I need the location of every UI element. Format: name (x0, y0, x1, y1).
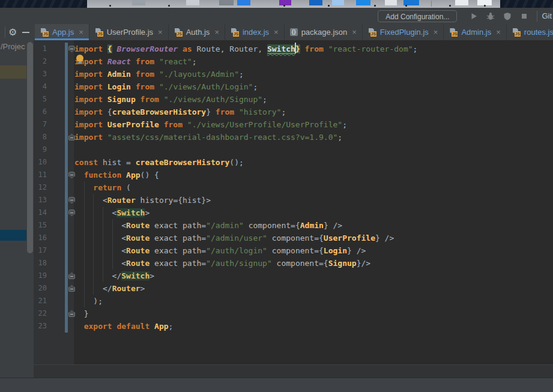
project-panel[interactable]: /Projec (0, 40, 34, 378)
run-icon[interactable] (469, 11, 479, 21)
tab-routes-js[interactable]: JSroutes.js× (507, 24, 553, 40)
code-line[interactable]: export default App; (74, 320, 553, 333)
gutter-line[interactable]: 18 (34, 257, 74, 270)
code-line[interactable]: import "assets/css/material-dashboard-re… (74, 131, 553, 143)
code-line[interactable]: import UserProfile from "./views/UserPro… (74, 118, 553, 131)
gutter-line[interactable]: 1 (34, 43, 74, 55)
close-tab-icon[interactable]: × (79, 28, 83, 37)
gutter-line[interactable]: 23 (34, 320, 74, 333)
intention-lightbulb-icon[interactable] (76, 55, 84, 64)
tab-fixedplugin-js[interactable]: JSFixedPlugin.js× (363, 24, 444, 40)
gutter-line[interactable]: 6 (34, 106, 74, 118)
gutter-line[interactable]: 3 (34, 68, 74, 80)
tab-userprofile-js[interactable]: JSUserProfile.js× (89, 24, 169, 40)
project-tree-selected-row[interactable] (0, 230, 26, 241)
tab-admin-js[interactable]: JSAdmin.js× (444, 24, 506, 40)
tab-package-json[interactable]: {}package.json× (285, 24, 363, 40)
code-line[interactable]: } (74, 307, 553, 320)
project-path-label: /Projec (1, 42, 25, 51)
ide-window: { "toolbar": { "add_configuration_label"… (0, 0, 553, 392)
code-line[interactable]: const hist = createBrowserHistory(); (74, 156, 553, 169)
project-tree-highlighted-row[interactable] (0, 65, 26, 79)
close-tab-icon[interactable]: × (214, 28, 219, 37)
main-toolbar: Add Configuration... Git (0, 8, 553, 25)
gutter-line[interactable]: 8 (34, 131, 74, 143)
javascript-file-icon: JS (368, 28, 376, 37)
code-line[interactable]: <Switch> (74, 207, 553, 219)
gutter-lines: 1234567891011121314151617181920212223 (34, 43, 74, 333)
code-line[interactable]: import Admin from "./layouts/Admin"; (74, 68, 553, 80)
gear-icon[interactable]: ⚙ (8, 26, 17, 38)
gutter-line[interactable]: 16 (34, 232, 74, 244)
line-number: 10 (34, 156, 47, 169)
line-number: 22 (34, 307, 47, 320)
project-panel-scrollbar[interactable] (27, 42, 33, 253)
code-line[interactable]: <Router history={hist}> (74, 194, 553, 207)
gutter-line[interactable]: 15 (34, 219, 74, 232)
code-line[interactable]: import React from "react"; (74, 55, 553, 68)
line-number: 13 (34, 194, 47, 207)
run-with-coverage-icon[interactable] (503, 11, 512, 21)
line-number: 3 (34, 68, 47, 80)
gutter-line[interactable]: 14 (34, 207, 74, 219)
gutter-line[interactable]: 19 (34, 270, 74, 282)
close-tab-icon[interactable]: × (352, 28, 357, 37)
tab-label: FixedPlugin.js (380, 28, 429, 37)
gutter-line[interactable]: 12 (34, 181, 74, 194)
gutter-line[interactable]: 11 (34, 169, 74, 181)
code-line[interactable]: <Route exact path="/admin" component={Ad… (74, 219, 553, 232)
close-tab-icon[interactable]: × (274, 28, 279, 37)
close-tab-icon[interactable]: × (496, 28, 501, 37)
gutter-line[interactable]: 5 (34, 93, 74, 106)
line-number: 20 (34, 282, 47, 295)
tab-app-js[interactable]: JSApp.js× (35, 24, 89, 40)
gutter-line[interactable]: 20 (34, 282, 74, 295)
gutter-line[interactable]: 13 (34, 194, 74, 207)
running-app-indicator (168, 5, 170, 7)
line-number: 11 (34, 169, 47, 181)
tab-label: Admin.js (461, 28, 491, 37)
line-number: 5 (34, 93, 47, 106)
code-pane[interactable]: import { BrowserRouter as Route, Router,… (74, 40, 553, 364)
code-line[interactable]: <Route exact path="/admin/user" componen… (74, 232, 553, 244)
lightbulb-base (78, 62, 82, 64)
editor-gutter: 1234567891011121314151617181920212223 (34, 40, 74, 364)
dock-app-icon (237, 0, 250, 5)
code-line[interactable]: import Login from "./views/Auth/Login"; (74, 80, 553, 93)
tab-index-js[interactable]: JSindex.js× (225, 24, 285, 40)
code-line[interactable]: import Signup from "./views/Auth/Signup"… (74, 93, 553, 106)
code-line[interactable]: function App() { (74, 169, 553, 181)
code-line[interactable] (74, 143, 553, 156)
dock-app-icon (186, 0, 199, 5)
hide-panel-icon[interactable] (22, 32, 29, 33)
code-line[interactable]: </Router> (74, 282, 553, 295)
code-lines[interactable]: import { BrowserRouter as Route, Router,… (74, 43, 553, 333)
code-line[interactable]: ); (74, 295, 553, 307)
running-app-indicator (405, 5, 407, 7)
gutter-line[interactable]: 17 (34, 244, 74, 257)
code-editor[interactable]: 1234567891011121314151617181920212223 im… (34, 40, 553, 364)
gutter-line[interactable]: 4 (34, 80, 74, 93)
code-line[interactable]: import {createBrowserHistory} from "hist… (74, 106, 553, 118)
gutter-line[interactable]: 9 (34, 143, 74, 156)
gutter-line[interactable]: 7 (34, 118, 74, 131)
stop-icon[interactable] (519, 11, 529, 21)
gutter-line[interactable]: 10 (34, 156, 74, 169)
code-line[interactable]: import { BrowserRouter as Route, Router,… (74, 43, 553, 55)
gutter-line[interactable]: 21 (34, 295, 74, 307)
header-separator (5, 26, 5, 38)
close-tab-icon[interactable]: × (434, 28, 438, 37)
code-line[interactable]: </Switch> (74, 270, 553, 282)
add-configuration-button[interactable]: Add Configuration... (378, 10, 457, 22)
toolbar-separator (537, 11, 537, 22)
close-tab-icon[interactable]: × (158, 28, 163, 37)
tab-auth-js[interactable]: JSAuth.js× (169, 24, 225, 40)
line-number: 1 (34, 43, 47, 55)
gutter-line[interactable]: 22 (34, 307, 74, 320)
code-line[interactable]: <Route exact path="/auth/signup" compone… (74, 257, 553, 270)
code-line[interactable]: return ( (74, 181, 553, 194)
code-line[interactable]: <Route exact path="/auth/login" componen… (74, 244, 553, 257)
debug-icon[interactable] (486, 11, 495, 21)
gutter-line[interactable]: 2 (34, 55, 74, 68)
git-widget[interactable]: Git (542, 11, 553, 20)
